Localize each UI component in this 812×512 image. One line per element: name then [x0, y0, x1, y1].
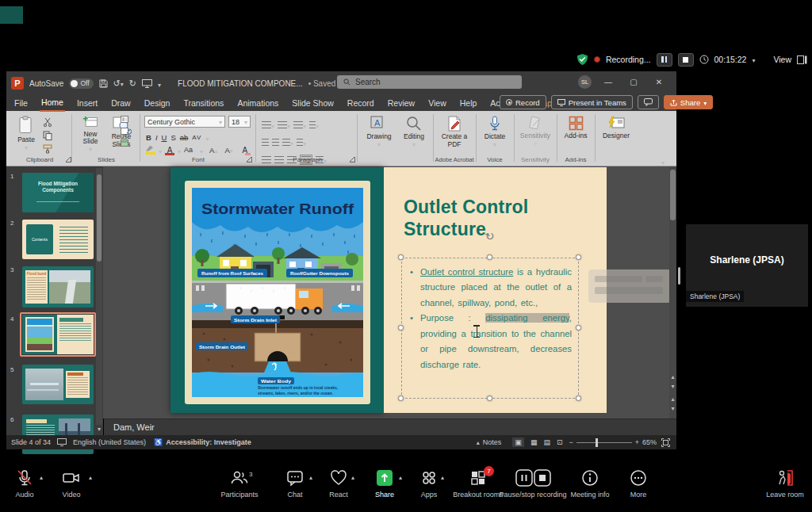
selection-handle-bottom-right[interactable] [576, 395, 581, 401]
slideshow-view-button[interactable]: ⊡ [557, 438, 563, 446]
tab-file[interactable]: File [13, 95, 29, 111]
selection-handle-bottom-left[interactable] [398, 395, 404, 401]
chevron-down-icon[interactable] [752, 55, 755, 64]
tab-slide-show[interactable]: Slide Show [290, 95, 335, 111]
editing-button[interactable]: Editing [398, 116, 430, 154]
video-button[interactable]: Video [48, 469, 95, 499]
poster-label-roof-runoff: Runoff from Roof Surfaces [201, 271, 264, 276]
zoom-slider[interactable] [576, 442, 632, 443]
display-settings-icon[interactable] [57, 438, 67, 446]
drawing-button[interactable]: A Drawing [362, 116, 396, 154]
pause-stop-recording-button[interactable]: Pause/stop recording [493, 469, 573, 499]
share-button[interactable]: Share [664, 95, 713, 109]
tab-home[interactable]: Home [40, 94, 65, 112]
selection-handle-top-middle[interactable] [487, 254, 492, 260]
view-layout-icon[interactable] [797, 55, 807, 64]
search-input[interactable]: Search [337, 75, 522, 89]
chat-options-chevron-icon[interactable] [309, 474, 312, 481]
selection-handle-bottom-middle[interactable] [487, 395, 492, 401]
account-avatar[interactable]: SL [578, 75, 592, 89]
record-button[interactable]: Record [500, 95, 546, 109]
slide-thumbnail-3[interactable]: Flood bund [22, 266, 94, 308]
participants-button[interactable]: 3 Participants [208, 469, 271, 499]
leave-room-button[interactable]: Leave room [758, 469, 812, 499]
save-icon[interactable] [99, 79, 108, 88]
participant-tile[interactable]: Sharlene (JPSA) Sharlene (JPSA) [686, 224, 808, 307]
slide-sorter-view-button[interactable]: ▦ [530, 438, 538, 446]
clipboard-group: Clipboard [11, 111, 68, 165]
slide-thumbnail-4-selected[interactable] [20, 312, 96, 357]
meeting-info-button[interactable]: Meeting info [562, 469, 618, 499]
view-button[interactable]: View [773, 55, 791, 64]
leave-room-icon [776, 469, 795, 487]
tab-help[interactable]: Help [458, 95, 479, 111]
tab-view[interactable]: View [427, 95, 448, 111]
paragraph-dialog-launcher[interactable] [350, 157, 355, 162]
comments-button[interactable] [638, 95, 659, 109]
accessibility-status[interactable]: Accessibility: Investigate [166, 438, 251, 446]
reading-view-button[interactable]: ▤ [543, 438, 550, 446]
notes-pane[interactable]: Dam, Weir [104, 418, 676, 435]
previous-slide-button[interactable] [669, 396, 676, 403]
selection-handle-top-left[interactable] [398, 254, 404, 260]
start-slideshow-icon[interactable] [142, 79, 152, 88]
next-slide-button[interactable] [669, 406, 676, 412]
audio-options-chevron-icon[interactable] [40, 474, 43, 481]
find-icon [406, 116, 422, 132]
thumb3-title: Flood bund [25, 272, 48, 276]
thumb-number: 5 [10, 366, 13, 373]
font-dialog-launcher[interactable] [247, 157, 252, 162]
stormwater-runoff-poster[interactable]: Stormwater Runoff Runoff from Roof Surfa… [185, 181, 370, 404]
slide-textbox[interactable]: Outlet control structure is a hydraulic … [401, 258, 579, 399]
undo-button[interactable]: ↺ [113, 78, 124, 89]
present-in-teams-button[interactable]: Present in Teams [551, 95, 633, 109]
addins-group: Add-ins [558, 111, 593, 165]
scroll-down-icon[interactable] [669, 384, 676, 390]
pause-recording-button[interactable] [657, 53, 672, 67]
share-options-chevron-icon[interactable] [399, 474, 402, 481]
close-button[interactable]: ✕ [650, 78, 668, 86]
selection-handle-middle-right[interactable] [576, 325, 581, 331]
participants-scroll-handle[interactable] [678, 267, 680, 285]
stop-recording-button[interactable] [678, 53, 694, 67]
tab-draw[interactable]: Draw [109, 95, 132, 111]
collapse-ribbon-icon[interactable] [661, 154, 665, 168]
chat-icon [286, 469, 304, 487]
zoom-out-button[interactable]: − [569, 438, 573, 446]
zoom-in-button[interactable]: + [635, 438, 639, 446]
zoom-slider-handle[interactable] [596, 438, 598, 447]
language-status[interactable]: English (United States) [73, 438, 146, 446]
clipboard-dialog-launcher[interactable] [66, 157, 71, 162]
tab-review[interactable]: Review [386, 95, 416, 111]
slide-thumbnail-2[interactable]: Contents [22, 220, 94, 259]
maximize-button[interactable]: ▢ [625, 78, 642, 86]
slide-scroll-handle[interactable] [670, 170, 676, 220]
minimize-button[interactable]: — [599, 78, 617, 86]
selection-handle-middle-left[interactable] [398, 325, 404, 331]
qat-overflow-icon[interactable] [158, 76, 161, 90]
zoom-level[interactable]: 65% [642, 438, 657, 446]
autosave-toggle[interactable]: Off [69, 78, 93, 89]
designer-button[interactable]: Designer [598, 116, 634, 154]
notes-toggle-button[interactable]: Notes [483, 438, 502, 446]
redo-button[interactable]: ↻ [129, 78, 136, 89]
thumb-number: 3 [10, 266, 13, 273]
selection-handle-top-right[interactable] [576, 254, 581, 260]
thumbnail-scroll-down-icon[interactable] [96, 426, 102, 433]
more-button[interactable]: More [619, 469, 658, 499]
slide-thumbnail-1[interactable]: Flood Mitigation Components [22, 173, 94, 212]
normal-view-button[interactable]: ▣ [512, 437, 524, 447]
video-options-chevron-icon[interactable] [89, 474, 92, 481]
fit-to-window-icon[interactable] [661, 438, 670, 447]
thumb2-title: Contents [26, 224, 53, 254]
tab-insert[interactable]: Insert [75, 95, 99, 111]
tab-design[interactable]: Design [143, 95, 172, 111]
slide-thumbnail-5[interactable] [22, 365, 94, 404]
tab-record[interactable]: Record [346, 95, 376, 111]
poster-label-gutter-downspouts: Roof/Gutter Downspouts [290, 271, 350, 276]
tab-animations[interactable]: Animations [236, 95, 280, 111]
react-options-chevron-icon[interactable] [351, 474, 354, 481]
scroll-up-icon[interactable] [669, 374, 676, 380]
tab-transitions[interactable]: Transitions [182, 95, 225, 111]
thumbnail-scroll-handle[interactable] [97, 174, 102, 262]
